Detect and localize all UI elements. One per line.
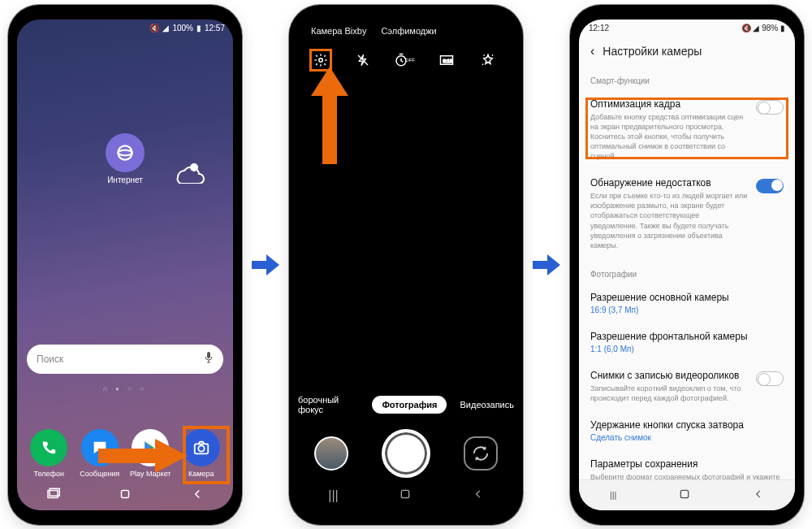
tab-ar-emoji[interactable]: Сэлфимоджи <box>381 26 436 36</box>
status-bar: 12:12 🔇 ◢ 98% ▮ <box>579 20 795 37</box>
flash-icon[interactable] <box>352 49 374 72</box>
signal-icon: ◢ <box>162 24 169 33</box>
highlight-camera-box <box>183 426 230 484</box>
svg-text:+: + <box>192 163 197 171</box>
svg-marker-22 <box>547 254 560 275</box>
svg-marker-19 <box>311 67 348 164</box>
home-icon[interactable] <box>118 487 132 505</box>
phone-camera-screen: Камера Bixby Сэлфимоджи OFF 9:16 борочны… <box>289 5 523 525</box>
mute-icon: 🔇 <box>741 24 751 33</box>
phone-app-icon[interactable]: Телефон <box>26 429 71 478</box>
camera-top-tabs: Камера Bixby Сэлфимоджи <box>298 20 514 42</box>
setting-hold-shutter[interactable]: Удержание кнопки спуска затвора Сделать … <box>579 411 795 450</box>
battery-icon: ▮ <box>780 24 785 33</box>
android-nav-bar <box>17 481 233 510</box>
switch-camera-icon[interactable] <box>464 436 498 470</box>
svg-rect-7 <box>98 449 155 463</box>
svg-point-0 <box>118 145 132 159</box>
internet-app-icon[interactable]: Интернет <box>106 133 145 184</box>
aspect-ratio-icon[interactable]: 9:16 <box>435 49 458 72</box>
svg-text:9:16: 9:16 <box>443 59 452 63</box>
svg-point-1 <box>118 150 132 155</box>
svg-point-14 <box>319 58 323 62</box>
mode-video[interactable]: Видеозапись <box>460 400 514 410</box>
back-icon[interactable]: ‹ <box>590 44 594 59</box>
page-title: Настройки камеры <box>603 45 702 58</box>
back-icon[interactable] <box>190 487 205 505</box>
phone-home-screen: 🔇 ◢ 100% ▮ 12:57 Интернет + <box>8 5 242 525</box>
highlight-scene-optimizer-box <box>585 98 788 159</box>
svg-rect-20 <box>402 490 409 497</box>
svg-rect-23 <box>681 490 689 497</box>
mode-photo[interactable]: Фотография <box>372 396 447 414</box>
toggle-flaw-detection[interactable] <box>756 179 784 193</box>
svg-rect-21 <box>533 261 547 269</box>
step-arrow-2 <box>530 249 563 281</box>
battery-icon: ▮ <box>197 24 201 33</box>
tab-bixby-camera[interactable]: Камера Bixby <box>311 26 366 36</box>
mode-selective-focus[interactable]: борочный фокус <box>298 395 359 414</box>
svg-rect-11 <box>121 490 128 497</box>
microphone-icon[interactable] <box>204 351 214 366</box>
phone-camera-settings-screen: 12:12 🔇 ◢ 98% ▮ ‹ Настройки камеры Смарт… <box>570 5 804 525</box>
clock: 12:12 <box>589 24 609 33</box>
settings-header: ‹ Настройки камеры <box>579 37 795 65</box>
section-smart-functions: Смарт-функции <box>579 65 795 90</box>
filters-icon[interactable] <box>477 49 499 72</box>
clock: 12:57 <box>205 24 225 33</box>
camera-mode-row[interactable]: борочный фокус Фотография Видеозапись <box>298 395 514 414</box>
page-indicator-dots: ⌂ ● ○ ○ <box>17 385 233 392</box>
search-bar[interactable]: Поиск <box>27 345 223 374</box>
annotation-arrow-to-gear <box>311 67 348 164</box>
step-arrow-1 <box>249 249 282 281</box>
mute-icon: 🔇 <box>149 24 159 33</box>
setting-rear-resolution[interactable]: Разрешение основной камеры 16:9 (3,7 Мп) <box>579 284 795 323</box>
battery-text: 98% <box>762 24 778 33</box>
setting-motion-photo[interactable]: Снимки с записью видеороликов Записывайт… <box>579 362 795 411</box>
weather-widget-icon[interactable]: + <box>170 158 205 187</box>
svg-marker-8 <box>155 439 188 473</box>
home-icon[interactable] <box>399 488 412 504</box>
recents-icon[interactable] <box>45 487 60 505</box>
setting-front-resolution[interactable]: Разрешение фронтальной камеры 1:1 (6,0 М… <box>579 323 795 362</box>
back-icon[interactable] <box>753 488 764 501</box>
recents-icon[interactable]: ||| <box>328 488 338 503</box>
svg-marker-13 <box>266 254 279 275</box>
android-nav-bar: ||| <box>579 479 795 510</box>
back-icon[interactable] <box>473 488 484 503</box>
svg-rect-4 <box>207 352 210 358</box>
status-bar: 🔇 ◢ 100% ▮ 12:57 <box>17 20 233 37</box>
android-nav-bar: ||| <box>298 481 514 510</box>
signal-icon: ◢ <box>753 24 759 33</box>
shutter-button[interactable] <box>382 429 430 478</box>
home-icon[interactable] <box>678 488 691 502</box>
setting-flaw-detection[interactable]: Обнаружение недостатков Если при съемке … <box>579 169 795 258</box>
gallery-thumbnail[interactable] <box>314 436 348 470</box>
battery-text: 100% <box>172 24 193 33</box>
annotation-arrow-to-camera <box>98 439 188 473</box>
section-photos: Фотографии <box>579 258 795 284</box>
search-placeholder: Поиск <box>37 353 63 365</box>
timer-icon[interactable]: OFF <box>393 49 416 72</box>
recents-icon[interactable]: ||| <box>610 490 617 500</box>
toggle-motion-photo[interactable] <box>756 371 784 386</box>
svg-rect-12 <box>252 261 266 269</box>
